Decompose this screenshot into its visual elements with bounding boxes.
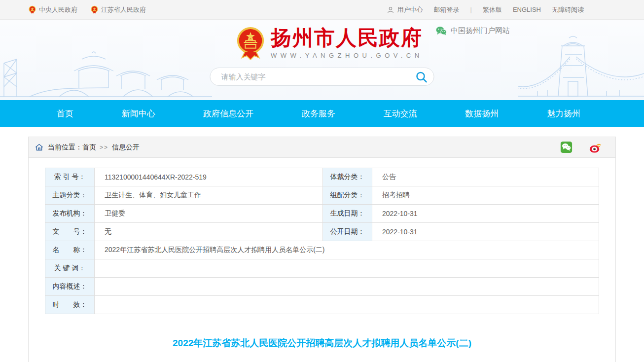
- meta-label-created-date: 生成日期：: [323, 205, 372, 223]
- document-meta-table: 索 引 号： 1132100001440644XR-2022-519 体裁分类：…: [45, 168, 599, 314]
- top-utility-bar: 中央人民政府 江苏省人民政府 用户中心 邮箱登录 | 繁体版 ENGLISH 无…: [0, 0, 644, 20]
- search-icon: [415, 71, 428, 83]
- meta-label-keywords: 关 键 词：: [45, 259, 95, 278]
- table-row: 内容概述：: [45, 278, 599, 296]
- nav-item-charm[interactable]: 魅力扬州: [542, 108, 585, 119]
- meta-label-publisher: 发布机构：: [45, 205, 95, 223]
- site-title: 扬州市人民政府: [271, 27, 423, 49]
- meta-label-doc-number: 文 号：: [45, 223, 95, 241]
- breadcrumb: 当前位置： 首页 >> 信息公开: [29, 137, 615, 158]
- nav-item-services[interactable]: 政务服务: [297, 108, 340, 119]
- banner-left-artwork: [0, 38, 212, 100]
- nav-item-data[interactable]: 数据扬州: [460, 108, 503, 119]
- meta-label-topic: 主题分类：: [45, 186, 95, 205]
- site-header-banner: 扬州市人民政府 WWW.YANGZHOU.GOV.CN 中国扬州门户网站: [0, 20, 644, 100]
- site-logo[interactable]: 扬州市人民政府 WWW.YANGZHOU.GOV.CN: [235, 26, 423, 60]
- link-central-government[interactable]: 中央人民政府: [28, 5, 77, 14]
- meta-label-summary: 内容概述：: [45, 278, 95, 296]
- accessibility-link[interactable]: 无障碍阅读: [552, 5, 584, 14]
- table-row: 名 称： 2022年江苏省苏北人民医院公开招聘高层次人才拟聘用人员名单公示(二): [45, 241, 599, 259]
- national-emblem-icon: [235, 26, 266, 60]
- meta-value-group: 招考招聘: [372, 186, 599, 205]
- meta-value-created-date: 2022-10-31: [372, 205, 599, 223]
- article-body: 索 引 号： 1132100001440644XR-2022-519 体裁分类：…: [29, 158, 615, 362]
- table-row: 文 号： 无 公开日期： 2022-10-31: [45, 223, 599, 241]
- meta-value-summary: [95, 278, 599, 296]
- banner-right-artwork: [518, 26, 644, 100]
- national-emblem-icon: [28, 5, 36, 14]
- nav-item-news[interactable]: 新闻中心: [117, 108, 160, 119]
- topbar-link-label: 中央人民政府: [39, 5, 77, 14]
- breadcrumb-separator: >>: [100, 144, 108, 151]
- meta-value-validity: [95, 296, 599, 314]
- search-button[interactable]: [414, 70, 429, 84]
- nav-item-interaction[interactable]: 互动交流: [379, 108, 422, 119]
- weibo-share-icon[interactable]: [589, 141, 602, 153]
- meta-value-topic: 卫生计生、体育、妇女儿童工作: [95, 186, 323, 205]
- portal-site-link[interactable]: 中国扬州门户网站: [436, 26, 510, 36]
- link-jiangsu-government[interactable]: 江苏省人民政府: [90, 5, 146, 14]
- meta-label-public-date: 公开日期：: [323, 223, 372, 241]
- nav-item-home[interactable]: 首页: [52, 108, 78, 119]
- portal-site-label: 中国扬州门户网站: [451, 26, 510, 36]
- article-title: 2022年江苏省苏北人民医院公开招聘高层次人才拟聘用人员名单公示(二): [45, 337, 599, 350]
- english-version-link[interactable]: ENGLISH: [513, 6, 541, 13]
- table-row: 主题分类： 卫生计生、体育、妇女儿童工作 组配分类： 招考招聘: [45, 186, 599, 205]
- wechat-icon: [436, 26, 447, 36]
- meta-value-public-date: 2022-10-31: [372, 223, 599, 241]
- table-row: 发布机构： 卫健委 生成日期： 2022-10-31: [45, 205, 599, 223]
- breadcrumb-current-link[interactable]: 信息公开: [112, 143, 140, 152]
- meta-value-keywords: [95, 259, 599, 278]
- nav-item-gov-info[interactable]: 政府信息公开: [198, 108, 258, 119]
- meta-label-index-number: 索 引 号：: [45, 168, 95, 186]
- user-center-label: 用户中心: [397, 5, 423, 14]
- mail-login-link[interactable]: 邮箱登录: [434, 5, 460, 14]
- meta-value-index-number: 1132100001440644XR-2022-519: [95, 168, 323, 186]
- table-row: 关 键 词：: [45, 259, 599, 278]
- search-bar: [210, 68, 434, 86]
- topbar-link-label: 江苏省人民政府: [101, 5, 146, 14]
- wechat-share-icon[interactable]: [560, 141, 572, 153]
- national-emblem-icon: [90, 5, 99, 14]
- breadcrumb-home-link[interactable]: 首页: [82, 143, 96, 152]
- meta-label-name: 名 称：: [45, 241, 95, 259]
- table-row: 索 引 号： 1132100001440644XR-2022-519 体裁分类：…: [45, 168, 599, 186]
- meta-value-name: 2022年江苏省苏北人民医院公开招聘高层次人才拟聘用人员名单公示(二): [95, 241, 599, 259]
- traditional-version-link[interactable]: 繁体版: [483, 5, 502, 14]
- content-container: 当前位置： 首页 >> 信息公开: [28, 137, 616, 362]
- breadcrumb-prefix: 当前位置：: [48, 143, 82, 152]
- user-icon: [387, 6, 394, 14]
- meta-value-genre: 公告: [372, 168, 599, 186]
- topbar-separator: |: [470, 6, 472, 13]
- meta-label-genre: 体裁分类：: [323, 168, 372, 186]
- site-url: WWW.YANGZHOU.GOV.CN: [271, 52, 423, 59]
- user-center-link[interactable]: 用户中心: [387, 5, 423, 14]
- meta-value-publisher: 卫健委: [95, 205, 323, 223]
- home-icon: [35, 143, 44, 152]
- main-navigation: 首页 新闻中心 政府信息公开 政务服务 互动交流 数据扬州 魅力扬州: [0, 100, 644, 127]
- meta-value-doc-number: 无: [95, 223, 323, 241]
- table-row: 时 效：: [45, 296, 599, 314]
- search-input[interactable]: [220, 72, 414, 81]
- meta-label-group: 组配分类：: [323, 186, 372, 205]
- meta-label-validity: 时 效：: [45, 296, 95, 314]
